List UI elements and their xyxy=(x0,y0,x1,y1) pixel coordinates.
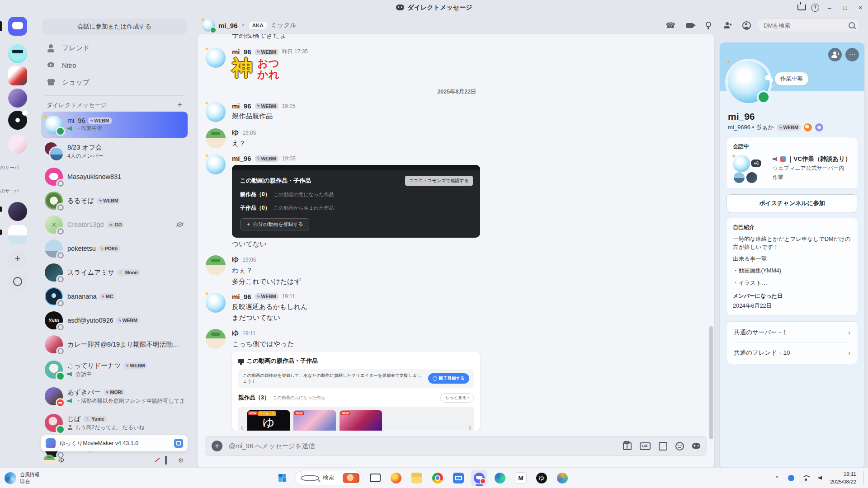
mail-app-icon[interactable] xyxy=(450,470,467,486)
carousel-right-icon[interactable]: › xyxy=(468,422,472,431)
emoji-icon[interactable] xyxy=(675,442,684,450)
help-icon[interactable]: ? xyxy=(808,0,822,15)
dm-item[interactable]: カレー卯丼@8/19より期限不明活動… xyxy=(41,333,188,356)
home-button[interactable] xyxy=(8,17,27,36)
edge-app-icon[interactable] xyxy=(492,470,508,486)
mutual-friends-row[interactable]: 共通のフレンド－10› xyxy=(733,343,851,363)
dm-item[interactable]: 8/23 オフ会 4人のメンバー xyxy=(41,138,188,164)
stamp-kami[interactable]: 神 xyxy=(232,57,253,78)
chat-title[interactable]: mi_96 xyxy=(218,22,238,29)
see-more-button[interactable]: もっと見る › xyxy=(440,393,474,403)
gift-icon[interactable] xyxy=(623,442,632,450)
mute-icon[interactable] xyxy=(153,457,161,463)
dm-item[interactable]: じば☾Yume もう高2だってよ、だるいね xyxy=(41,410,188,436)
avatar[interactable] xyxy=(206,128,226,148)
taskbar-clock[interactable]: 19:112025/08/22 xyxy=(830,470,856,485)
update-notice[interactable]: ゆっくりMovieMaker v4.43.1.0 xyxy=(41,435,188,451)
dm-item[interactable]: るるそばϟWEBM xyxy=(41,189,188,212)
join-create-button[interactable]: 会話に参加または作成する xyxy=(42,19,187,35)
show-desktop-button[interactable] xyxy=(863,471,865,485)
avatar[interactable] xyxy=(206,48,226,68)
chrome-app-icon[interactable] xyxy=(429,470,446,486)
taskview-app-icon[interactable] xyxy=(367,470,383,486)
firefox-app-icon[interactable] xyxy=(388,470,404,486)
dm-item[interactable]: こってりドーナツϟWEBM 会話中 xyxy=(41,357,188,383)
server-icon[interactable] xyxy=(8,89,27,108)
taskbar-search[interactable]: 検索 xyxy=(295,471,363,485)
avatar[interactable] xyxy=(44,455,55,465)
activity-icon[interactable] xyxy=(692,443,700,449)
dm-item[interactable]: Creator13gd☠GD xyxy=(41,213,188,236)
sidebar-item-friends[interactable]: フレンド xyxy=(42,39,187,56)
video-thumb[interactable]: NEW 【FPS減少】YMM4 コマ落ちプラグイン紹介動画【YM…⋮ xyxy=(340,410,382,431)
ymm-app-icon[interactable]: ゆ xyxy=(533,470,550,486)
register-parent-button[interactable]: 親子登録する xyxy=(428,373,469,384)
video-thumb[interactable]: NEW 【全エフェクト対応】YMM4 BPM同期プラグイン紹…⋮ xyxy=(293,410,336,431)
attach-plus-icon[interactable]: + xyxy=(212,441,222,451)
open-external-icon[interactable] xyxy=(174,439,183,448)
explorer-app-icon[interactable] xyxy=(409,470,425,486)
dm-item[interactable]: poketetsuϟPOKE xyxy=(41,237,188,260)
headphones-icon[interactable] xyxy=(165,457,173,463)
stamp-otsukare[interactable]: おつかれ xyxy=(257,57,281,80)
dm-search-input[interactable] xyxy=(763,22,845,29)
m-app-icon[interactable]: M xyxy=(513,470,529,486)
bluetooth-icon[interactable] xyxy=(787,473,796,483)
profile-icon[interactable] xyxy=(739,19,754,32)
sidebar-item-nitro[interactable]: Nitro xyxy=(42,56,187,74)
avatar[interactable] xyxy=(206,293,226,313)
register-video-button[interactable]: ＋自分の動画を登録する xyxy=(240,218,309,230)
dm-item[interactable]: mi_96ϟWEBM ・作業中毒 xyxy=(41,112,188,138)
mutual-servers-row[interactable]: 共通のサーバー－1› xyxy=(733,323,851,343)
niconico-light-embed[interactable]: この動画の親作品・子作品 この動画の親作品を登録して、あなたの制作に貢献したクリ… xyxy=(232,352,480,431)
dm-item[interactable]: スライムアミサ☾Moon xyxy=(41,261,188,284)
video-call-icon[interactable] xyxy=(682,19,697,32)
message-input[interactable] xyxy=(228,442,618,450)
add-server-button[interactable]: + xyxy=(8,249,27,268)
discord-app-icon[interactable] xyxy=(471,470,487,486)
pin-icon[interactable] xyxy=(701,19,716,32)
scrollbar[interactable] xyxy=(709,326,713,439)
tray-chevron-icon[interactable]: ^ xyxy=(772,473,781,483)
volume-icon[interactable] xyxy=(816,473,825,483)
speaker-icon xyxy=(67,399,73,404)
minimize-button[interactable]: – xyxy=(822,0,837,15)
join-voice-button[interactable]: ボイスチャンネルに参加 xyxy=(726,194,858,212)
avatar[interactable] xyxy=(206,155,226,174)
wifi-icon[interactable] xyxy=(801,473,810,483)
gif-icon[interactable]: GIF xyxy=(640,442,651,450)
carousel-left-icon[interactable]: ‹ xyxy=(241,422,244,431)
add-friend-button[interactable]: + xyxy=(828,48,842,61)
dm-item[interactable]: Masayukisnow831 xyxy=(41,165,188,188)
voice-call-icon[interactable]: ☎ xyxy=(663,19,678,32)
dm-item[interactable]: あずきバー♥MORI ・活動者様以外原則フレンド申請許可してま… xyxy=(41,383,188,409)
add-friend-icon[interactable]: + xyxy=(720,19,735,32)
taskbar-weather[interactable]: 台風情報現在 xyxy=(0,471,95,484)
more-options-button[interactable]: ⋯ xyxy=(845,48,859,61)
sidebar-item-shop[interactable]: ショップ xyxy=(42,74,187,91)
server-icon[interactable] xyxy=(8,66,27,85)
avatar[interactable] xyxy=(206,255,226,275)
create-dm-icon[interactable]: + xyxy=(177,100,182,110)
start-button[interactable] xyxy=(274,470,290,486)
dm-item[interactable]: bananana♥MC xyxy=(41,285,188,308)
maximize-button[interactable]: □ xyxy=(837,0,853,15)
settings-gear-icon[interactable]: ⚙ xyxy=(177,457,185,463)
server-icon[interactable] xyxy=(8,111,27,130)
server-icon[interactable] xyxy=(8,225,27,244)
avatar[interactable] xyxy=(206,329,226,349)
video-thumb[interactable]: NEWライセンス ゆっくりMovieMaker4⋮ xyxy=(247,410,290,431)
server-icon[interactable] xyxy=(8,202,27,221)
misc-app-icon[interactable] xyxy=(554,470,571,486)
close-button[interactable]: × xyxy=(853,0,868,15)
server-icon[interactable] xyxy=(8,135,27,154)
profile-avatar[interactable] xyxy=(728,61,769,103)
dm-item[interactable]: Yuto asdf@yuto0926ϟWEBM xyxy=(41,309,188,332)
niconico-dark-embed[interactable]: この動画の親作品・子作品 親作品（0）この動画の元になった作品 子作品（0）この… xyxy=(232,165,480,238)
server-icon[interactable] xyxy=(8,44,27,63)
inbox-icon[interactable] xyxy=(795,0,808,15)
avatar[interactable] xyxy=(206,102,226,122)
discover-button[interactable] xyxy=(8,272,27,291)
commons-verify-button[interactable]: ニコニ・コモンズで確認する xyxy=(405,176,473,186)
sticker-icon[interactable] xyxy=(659,442,667,450)
